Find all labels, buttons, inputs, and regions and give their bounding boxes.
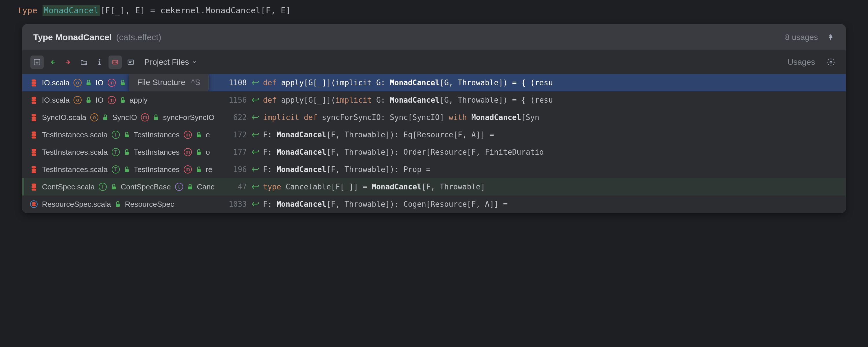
svg-rect-19: [188, 187, 192, 189]
svg-rect-18: [112, 187, 116, 189]
object-icon: o: [73, 78, 82, 87]
code-snippet: F: MonadCancel[F, Throwable]): Cogen[Res…: [263, 200, 507, 209]
line-number: 1108: [221, 78, 247, 87]
code-snippet: implicit def syncForSyncIO: Sync[SyncIO]…: [263, 113, 539, 122]
member-name: ResourceSpec: [125, 200, 174, 209]
info-button[interactable]: [93, 56, 106, 69]
file-name: IO.scala: [42, 96, 69, 105]
chevron-down-icon: [192, 60, 197, 65]
member-name: TestInstances: [134, 148, 180, 157]
next-occurrence-button[interactable]: [62, 56, 75, 69]
member-name: Canc: [197, 183, 215, 191]
file-name: IO.scala: [42, 78, 69, 87]
scala-file-icon: [30, 165, 38, 174]
lock-icon: [196, 148, 202, 156]
svg-rect-9: [121, 100, 125, 103]
group-by-directory-button[interactable]: [77, 56, 91, 69]
object-icon: o: [73, 96, 82, 104]
code-snippet: def apply[G[_]](implicit G: MonadCancel[…: [263, 96, 553, 104]
svg-rect-16: [125, 169, 129, 172]
usage-arrow-icon: [251, 78, 259, 87]
member-name: TestInstances: [134, 165, 180, 174]
svg-rect-10: [103, 117, 107, 120]
lock-icon: [111, 183, 117, 191]
scala-file-icon: [30, 183, 38, 191]
scala-file-icon: [30, 96, 38, 104]
usage-arrow-icon: [251, 165, 259, 174]
file-structure-button[interactable]: [108, 56, 122, 69]
svg-rect-15: [197, 152, 201, 155]
file-name: ResourceSpec.scala: [42, 200, 111, 209]
usage-row[interactable]: IO.scalaoIOm1108def apply[G[_]](implicit…: [22, 74, 846, 91]
usage-arrow-icon: [251, 131, 259, 139]
line-number: 177: [221, 148, 247, 156]
usage-arrow-icon: [251, 96, 259, 104]
code-snippet: F: MonadCancel[F, Throwable]): Eq[Resour…: [263, 130, 494, 139]
lock-icon: [120, 96, 126, 104]
usage-row[interactable]: TestInstances.scalaTTestInstancesme172F:…: [22, 126, 846, 144]
member-name: re: [206, 165, 212, 174]
svg-rect-6: [87, 83, 91, 85]
usage-arrow-icon: [251, 113, 259, 121]
line-number: 172: [221, 130, 247, 139]
preview-button[interactable]: [124, 56, 137, 69]
scope-dropdown[interactable]: Project Files: [144, 58, 197, 67]
code-snippet: F: MonadCancel[F, Throwable]): Prop =: [263, 165, 431, 174]
member-name: SyncIO: [112, 113, 137, 122]
method-icon: m: [107, 96, 116, 104]
lock-icon: [115, 200, 121, 208]
svg-point-2: [99, 59, 100, 60]
scala-class-icon: [30, 200, 38, 208]
svg-point-5: [830, 61, 832, 63]
member-name: e: [206, 130, 210, 139]
usages-popup: Type MonadCancel (cats.effect) 8 usages: [22, 24, 846, 213]
usage-row[interactable]: TestInstances.scalaTTestInstancesmo177F:…: [22, 144, 846, 161]
member-name: syncForSyncIO: [163, 113, 214, 122]
usage-row[interactable]: SyncIO.scalaoSyncIOmsyncForSyncIO622impl…: [22, 109, 846, 126]
popup-subtitle: (cats.effect): [116, 32, 161, 42]
code-snippet: type Cancelable[F[_]] = MonadCancel[F, T…: [263, 183, 485, 191]
usage-row[interactable]: ResourceSpec.scalaResourceSpec1033F: Mon…: [22, 195, 846, 213]
usage-count: 8 usages: [785, 33, 818, 42]
file-name: TestInstances.scala: [42, 148, 107, 157]
lock-icon: [196, 165, 202, 174]
svg-rect-17: [197, 169, 201, 172]
scala-file-icon: [30, 131, 38, 139]
lock-icon: [124, 148, 130, 156]
line-number: 196: [221, 165, 247, 174]
toolbar: Project Files Usages: [22, 50, 846, 74]
trait-icon: T: [112, 148, 120, 156]
svg-rect-7: [121, 83, 125, 85]
svg-rect-11: [154, 117, 158, 120]
svg-rect-8: [87, 100, 91, 103]
member-name: apply: [130, 96, 148, 105]
file-name: SyncIO.scala: [42, 113, 86, 122]
svg-rect-12: [125, 134, 129, 137]
type-icon: t: [175, 183, 183, 191]
prev-occurrence-button[interactable]: [46, 56, 59, 69]
lock-icon: [153, 113, 159, 121]
code-snippet: F: MonadCancel[F, Throwable]): Order[Res…: [263, 148, 544, 156]
usage-row[interactable]: TestInstances.scalaTTestInstancesmre196F…: [22, 161, 846, 178]
file-name: TestInstances.scala: [42, 165, 107, 174]
lock-icon: [102, 113, 108, 121]
code-snippet: def apply[G[_]](implicit G: MonadCancel[…: [263, 78, 553, 87]
usage-row[interactable]: IO.scalaoIOmapply1156def apply[G[_]](imp…: [22, 91, 846, 109]
usages-label: Usages: [787, 58, 815, 67]
settings-button[interactable]: [824, 56, 838, 69]
pin-icon[interactable]: [827, 33, 835, 41]
trait-icon: T: [112, 165, 120, 174]
svg-rect-14: [125, 152, 129, 155]
usage-row[interactable]: ContSpec.scalaTContSpecBasetCanc47type C…: [22, 178, 846, 195]
member-name: o: [206, 148, 210, 157]
keyword-type: type: [18, 6, 37, 15]
svg-rect-21: [116, 204, 120, 207]
usage-arrow-icon: [251, 183, 259, 191]
member-name: IO: [95, 96, 103, 105]
open-in-tool-window-button[interactable]: [30, 56, 44, 69]
scala-file-icon: [30, 148, 38, 156]
trait-icon: T: [99, 183, 107, 191]
scala-file-icon: [30, 113, 38, 121]
method-icon: m: [141, 113, 149, 121]
trait-icon: T: [112, 131, 120, 139]
